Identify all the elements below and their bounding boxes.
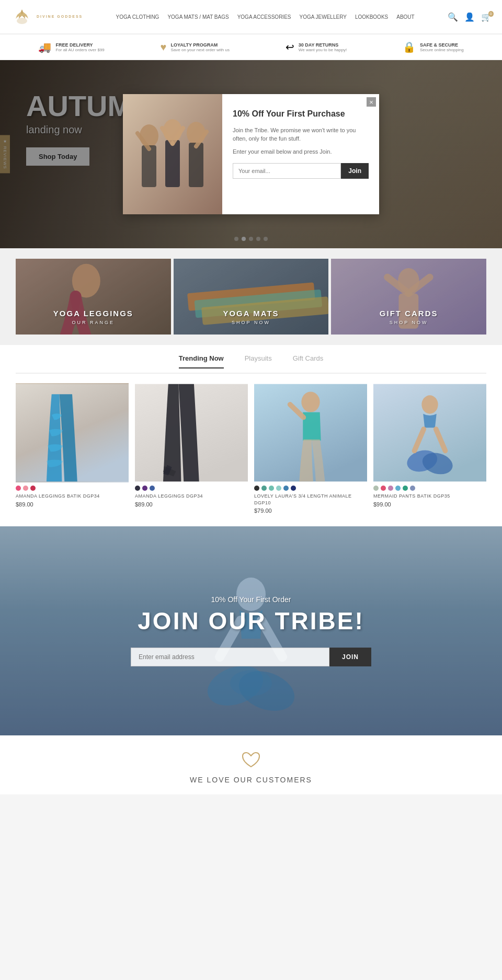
color-dot[interactable] bbox=[30, 486, 36, 491]
search-icon[interactable]: 🔍 bbox=[448, 12, 458, 22]
category-card-leggings[interactable]: YOGA LEGGINGS OUR RANGE bbox=[16, 259, 171, 335]
cat-subtitle-leggings: OUR RANGE bbox=[72, 320, 115, 325]
account-icon[interactable]: 👤 bbox=[464, 12, 475, 22]
heart-icon: ♥ bbox=[161, 41, 167, 53]
category-card-mats[interactable]: YOGA MATS SHOP NOW bbox=[174, 259, 329, 335]
svg-rect-3 bbox=[142, 145, 156, 187]
color-dot[interactable] bbox=[381, 486, 386, 491]
color-dot[interactable] bbox=[23, 486, 28, 491]
cart-icon[interactable]: 🛒0 bbox=[481, 12, 492, 22]
join-small-text: 10% Off Your First Order bbox=[0, 595, 502, 604]
info-item-loyalty: ♥ LOYALTY PROGRAM Save on your next orde… bbox=[161, 41, 230, 53]
cat-overlay-leggings: YOGA LEGGINGS OUR RANGE bbox=[16, 259, 171, 335]
popup-title: 10% Off Your First Purchase bbox=[233, 109, 369, 120]
product-image-4 bbox=[373, 383, 486, 482]
product-image-3 bbox=[254, 383, 367, 482]
return-icon: ↩ bbox=[286, 41, 294, 53]
svg-point-0 bbox=[17, 18, 27, 24]
info-item-returns: ↩ 30 DAY RETURNS We want you to be happy… bbox=[286, 41, 347, 53]
info-item-secure: 🔒 SAFE & SECURE Secure online shopping bbox=[403, 41, 464, 53]
product-name-4: MERMAID PANTS BATIK DGP35 bbox=[373, 493, 486, 500]
lock-icon: 🔒 bbox=[403, 41, 416, 53]
product-name-3: LOVELY LAURA'S 3/4 LENGTH ANIMALE DGP10 bbox=[254, 493, 367, 506]
product-price-1: $89.00 bbox=[16, 501, 129, 508]
product-colors-1 bbox=[16, 486, 129, 491]
color-dot[interactable] bbox=[373, 486, 379, 491]
tab-giftcards[interactable]: Gift Cards bbox=[293, 354, 324, 367]
join-email-input[interactable] bbox=[131, 648, 329, 666]
color-dot[interactable] bbox=[254, 486, 259, 491]
cat-title-gifts: GIFT CARDS bbox=[380, 309, 438, 318]
nav-item-jewellery[interactable]: YOGA JEWELLERY bbox=[299, 14, 346, 20]
product-image-2 bbox=[135, 383, 248, 482]
site-header: DIVINE GODDESS YOGA CLOTHING YOGA MATS /… bbox=[0, 0, 502, 34]
cat-title-mats: YOGA MATS bbox=[223, 309, 279, 318]
love-section: WE LOVE OUR CUSTOMERS bbox=[0, 735, 502, 794]
product-card-1[interactable]: AMANDA LEGGINGS BATIK DGP34 $89.00 bbox=[16, 383, 129, 514]
svg-point-2 bbox=[140, 124, 158, 147]
color-dot[interactable] bbox=[16, 486, 21, 491]
color-dot[interactable] bbox=[283, 486, 289, 491]
color-dot[interactable] bbox=[142, 486, 147, 491]
color-dot[interactable] bbox=[150, 486, 155, 491]
color-dot[interactable] bbox=[291, 486, 296, 491]
logo[interactable]: DIVINE GODDESS bbox=[10, 5, 83, 28]
popup-women-illustration bbox=[123, 94, 222, 214]
nav-item-about[interactable]: ABOUT bbox=[396, 14, 414, 20]
product-colors-3 bbox=[254, 486, 367, 491]
product-price-4: $99.00 bbox=[373, 501, 486, 508]
color-dot[interactable] bbox=[269, 486, 274, 491]
product-price-2: $89.00 bbox=[135, 501, 248, 508]
color-dot[interactable] bbox=[261, 486, 267, 491]
join-content: 10% Off Your First Order JOIN OUR TRIBE!… bbox=[0, 595, 502, 666]
main-nav: YOGA CLOTHING YOGA MATS / MAT BAGS YOGA … bbox=[116, 14, 415, 20]
nav-item-mats[interactable]: YOGA MATS / MAT BAGS bbox=[167, 14, 229, 20]
info-item-delivery: 🚚 FREE DELIVERY For all AU orders over $… bbox=[38, 41, 104, 53]
join-button[interactable]: JOIN bbox=[329, 648, 371, 666]
hero-section: ★ REVIEWS AUTUMN landing now Shop Today bbox=[0, 60, 502, 248]
love-title: WE LOVE OUR CUSTOMERS bbox=[10, 776, 492, 784]
popup-text-2: Enter your email below and press Join. bbox=[233, 147, 369, 156]
products-grid: AMANDA LEGGINGS BATIK DGP34 $89.00 bbox=[0, 374, 502, 526]
product-colors-2 bbox=[135, 486, 248, 491]
product-card-4[interactable]: MERMAID PANTS BATIK DGP35 $99.00 bbox=[373, 383, 486, 514]
popup-email-input[interactable] bbox=[233, 163, 341, 179]
popup-join-button[interactable]: Join bbox=[341, 163, 369, 179]
popup-overlay: 10% Off Your First Purchase Join the Tri… bbox=[0, 60, 502, 248]
svg-point-37 bbox=[230, 670, 272, 696]
svg-rect-5 bbox=[165, 140, 180, 187]
love-heart-icon bbox=[10, 751, 492, 771]
color-dot[interactable] bbox=[388, 486, 393, 491]
color-dot[interactable] bbox=[135, 486, 140, 491]
join-title: JOIN OUR TRIBE! bbox=[0, 607, 502, 635]
color-dot[interactable] bbox=[403, 486, 408, 491]
join-section: 10% Off Your First Order JOIN OUR TRIBE!… bbox=[0, 526, 502, 735]
truck-icon: 🚚 bbox=[38, 41, 51, 53]
product-colors-4 bbox=[373, 486, 486, 491]
popup-content: 10% Off Your First Purchase Join the Tri… bbox=[222, 94, 379, 214]
nav-item-accessories[interactable]: YOGA ACCESSORIES bbox=[237, 14, 291, 20]
tabs-bar: Trending Now Playsuits Gift Cards bbox=[16, 354, 486, 374]
logo-name: DIVINE GODDESS bbox=[37, 15, 83, 19]
logo-text-block: DIVINE GODDESS bbox=[37, 15, 83, 19]
tab-playsuits[interactable]: Playsuits bbox=[245, 354, 272, 367]
product-card-2[interactable]: AMANDA LEGGINGS DGP34 $89.00 bbox=[135, 383, 248, 514]
tab-trending[interactable]: Trending Now bbox=[179, 354, 224, 368]
svg-point-29 bbox=[421, 395, 438, 413]
product-card-3[interactable]: LOVELY LAURA'S 3/4 LENGTH ANIMALE DGP10 … bbox=[254, 383, 367, 514]
color-dot[interactable] bbox=[276, 486, 281, 491]
categories-section: YOGA LEGGINGS OUR RANGE YOGA MATS bbox=[0, 248, 502, 345]
cat-overlay-gifts: GIFT CARDS SHOP NOW bbox=[331, 259, 486, 335]
color-dot[interactable] bbox=[395, 486, 401, 491]
nav-item-lookbooks[interactable]: LOOKBOOKS bbox=[355, 14, 388, 20]
cat-title-leggings: YOGA LEGGINGS bbox=[53, 309, 133, 318]
popup-modal: 10% Off Your First Purchase Join the Tri… bbox=[123, 94, 379, 214]
color-dot[interactable] bbox=[410, 486, 415, 491]
svg-rect-7 bbox=[189, 143, 203, 187]
popup-close-button[interactable]: × bbox=[367, 97, 376, 107]
popup-text-1: Join the Tribe. We promise we won't writ… bbox=[233, 126, 369, 143]
popup-image bbox=[123, 94, 222, 214]
svg-point-26 bbox=[301, 391, 320, 412]
nav-item-clothing[interactable]: YOGA CLOTHING bbox=[116, 14, 159, 20]
category-card-gifts[interactable]: GIFT CARDS SHOP NOW bbox=[331, 259, 486, 335]
